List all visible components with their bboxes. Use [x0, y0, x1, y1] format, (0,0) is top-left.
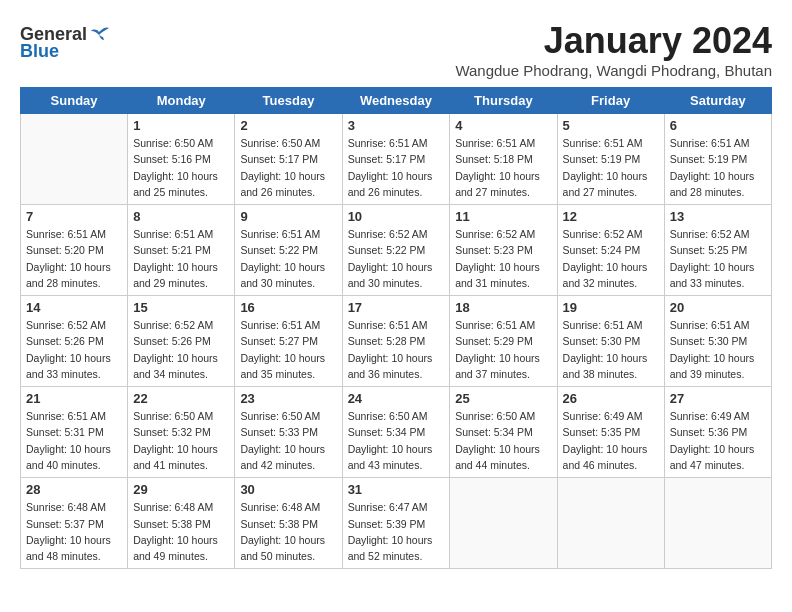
- calendar-cell: 12Sunrise: 6:52 AMSunset: 5:24 PMDayligh…: [557, 205, 664, 296]
- header-sunday: Sunday: [21, 88, 128, 114]
- calendar-table: SundayMondayTuesdayWednesdayThursdayFrid…: [20, 87, 772, 569]
- day-info: Sunrise: 6:51 AMSunset: 5:29 PMDaylight:…: [455, 317, 551, 382]
- calendar-cell: 10Sunrise: 6:52 AMSunset: 5:22 PMDayligh…: [342, 205, 450, 296]
- logo: General Blue: [20, 24, 113, 62]
- calendar-cell: 22Sunrise: 6:50 AMSunset: 5:32 PMDayligh…: [128, 387, 235, 478]
- calendar-header-row: SundayMondayTuesdayWednesdayThursdayFrid…: [21, 88, 772, 114]
- day-number: 17: [348, 300, 445, 315]
- calendar-cell: 23Sunrise: 6:50 AMSunset: 5:33 PMDayligh…: [235, 387, 342, 478]
- day-info: Sunrise: 6:51 AMSunset: 5:19 PMDaylight:…: [563, 135, 659, 200]
- day-info: Sunrise: 6:51 AMSunset: 5:21 PMDaylight:…: [133, 226, 229, 291]
- day-info: Sunrise: 6:51 AMSunset: 5:19 PMDaylight:…: [670, 135, 766, 200]
- calendar-cell: 5Sunrise: 6:51 AMSunset: 5:19 PMDaylight…: [557, 114, 664, 205]
- day-info: Sunrise: 6:51 AMSunset: 5:22 PMDaylight:…: [240, 226, 336, 291]
- calendar-cell: 2Sunrise: 6:50 AMSunset: 5:17 PMDaylight…: [235, 114, 342, 205]
- title-area: January 2024 Wangdue Phodrang, Wangdi Ph…: [455, 20, 772, 79]
- day-number: 18: [455, 300, 551, 315]
- calendar-week-row: 21Sunrise: 6:51 AMSunset: 5:31 PMDayligh…: [21, 387, 772, 478]
- calendar-cell: 14Sunrise: 6:52 AMSunset: 5:26 PMDayligh…: [21, 296, 128, 387]
- day-number: 28: [26, 482, 122, 497]
- calendar-cell: [557, 478, 664, 569]
- day-number: 9: [240, 209, 336, 224]
- header-wednesday: Wednesday: [342, 88, 450, 114]
- day-number: 19: [563, 300, 659, 315]
- calendar-cell: 16Sunrise: 6:51 AMSunset: 5:27 PMDayligh…: [235, 296, 342, 387]
- calendar-week-row: 14Sunrise: 6:52 AMSunset: 5:26 PMDayligh…: [21, 296, 772, 387]
- day-number: 15: [133, 300, 229, 315]
- header: General Blue January 2024 Wangdue Phodra…: [20, 20, 772, 79]
- day-info: Sunrise: 6:51 AMSunset: 5:28 PMDaylight:…: [348, 317, 445, 382]
- calendar-cell: 4Sunrise: 6:51 AMSunset: 5:18 PMDaylight…: [450, 114, 557, 205]
- calendar-cell: 1Sunrise: 6:50 AMSunset: 5:16 PMDaylight…: [128, 114, 235, 205]
- day-number: 14: [26, 300, 122, 315]
- day-number: 5: [563, 118, 659, 133]
- calendar-cell: 31Sunrise: 6:47 AMSunset: 5:39 PMDayligh…: [342, 478, 450, 569]
- day-number: 11: [455, 209, 551, 224]
- day-info: Sunrise: 6:51 AMSunset: 5:20 PMDaylight:…: [26, 226, 122, 291]
- calendar-cell: 25Sunrise: 6:50 AMSunset: 5:34 PMDayligh…: [450, 387, 557, 478]
- calendar-cell: 13Sunrise: 6:52 AMSunset: 5:25 PMDayligh…: [664, 205, 771, 296]
- day-number: 31: [348, 482, 445, 497]
- day-number: 7: [26, 209, 122, 224]
- month-title: January 2024: [455, 20, 772, 62]
- day-info: Sunrise: 6:52 AMSunset: 5:23 PMDaylight:…: [455, 226, 551, 291]
- calendar-cell: 15Sunrise: 6:52 AMSunset: 5:26 PMDayligh…: [128, 296, 235, 387]
- calendar-cell: 9Sunrise: 6:51 AMSunset: 5:22 PMDaylight…: [235, 205, 342, 296]
- header-monday: Monday: [128, 88, 235, 114]
- day-number: 4: [455, 118, 551, 133]
- calendar-cell: 30Sunrise: 6:48 AMSunset: 5:38 PMDayligh…: [235, 478, 342, 569]
- day-info: Sunrise: 6:48 AMSunset: 5:37 PMDaylight:…: [26, 499, 122, 564]
- day-number: 30: [240, 482, 336, 497]
- day-number: 25: [455, 391, 551, 406]
- day-info: Sunrise: 6:52 AMSunset: 5:26 PMDaylight:…: [133, 317, 229, 382]
- calendar-week-row: 1Sunrise: 6:50 AMSunset: 5:16 PMDaylight…: [21, 114, 772, 205]
- day-info: Sunrise: 6:52 AMSunset: 5:22 PMDaylight:…: [348, 226, 445, 291]
- day-info: Sunrise: 6:51 AMSunset: 5:31 PMDaylight:…: [26, 408, 122, 473]
- day-number: 29: [133, 482, 229, 497]
- calendar-cell: 8Sunrise: 6:51 AMSunset: 5:21 PMDaylight…: [128, 205, 235, 296]
- logo-bird-icon: [91, 26, 113, 44]
- calendar-cell: 27Sunrise: 6:49 AMSunset: 5:36 PMDayligh…: [664, 387, 771, 478]
- day-info: Sunrise: 6:51 AMSunset: 5:27 PMDaylight:…: [240, 317, 336, 382]
- calendar-cell: 17Sunrise: 6:51 AMSunset: 5:28 PMDayligh…: [342, 296, 450, 387]
- day-info: Sunrise: 6:50 AMSunset: 5:17 PMDaylight:…: [240, 135, 336, 200]
- day-number: 24: [348, 391, 445, 406]
- day-info: Sunrise: 6:48 AMSunset: 5:38 PMDaylight:…: [133, 499, 229, 564]
- location-subtitle: Wangdue Phodrang, Wangdi Phodrang, Bhuta…: [455, 62, 772, 79]
- day-number: 21: [26, 391, 122, 406]
- header-thursday: Thursday: [450, 88, 557, 114]
- day-number: 23: [240, 391, 336, 406]
- day-info: Sunrise: 6:52 AMSunset: 5:26 PMDaylight:…: [26, 317, 122, 382]
- logo-blue-text: Blue: [20, 41, 59, 62]
- day-info: Sunrise: 6:50 AMSunset: 5:34 PMDaylight:…: [348, 408, 445, 473]
- day-info: Sunrise: 6:51 AMSunset: 5:18 PMDaylight:…: [455, 135, 551, 200]
- day-info: Sunrise: 6:49 AMSunset: 5:36 PMDaylight:…: [670, 408, 766, 473]
- calendar-cell: 26Sunrise: 6:49 AMSunset: 5:35 PMDayligh…: [557, 387, 664, 478]
- calendar-cell: 11Sunrise: 6:52 AMSunset: 5:23 PMDayligh…: [450, 205, 557, 296]
- day-number: 22: [133, 391, 229, 406]
- header-saturday: Saturday: [664, 88, 771, 114]
- header-tuesday: Tuesday: [235, 88, 342, 114]
- calendar-week-row: 28Sunrise: 6:48 AMSunset: 5:37 PMDayligh…: [21, 478, 772, 569]
- day-info: Sunrise: 6:47 AMSunset: 5:39 PMDaylight:…: [348, 499, 445, 564]
- day-number: 3: [348, 118, 445, 133]
- calendar-cell: 28Sunrise: 6:48 AMSunset: 5:37 PMDayligh…: [21, 478, 128, 569]
- calendar-cell: 6Sunrise: 6:51 AMSunset: 5:19 PMDaylight…: [664, 114, 771, 205]
- day-info: Sunrise: 6:50 AMSunset: 5:32 PMDaylight:…: [133, 408, 229, 473]
- calendar-cell: 21Sunrise: 6:51 AMSunset: 5:31 PMDayligh…: [21, 387, 128, 478]
- day-number: 16: [240, 300, 336, 315]
- calendar-cell: [664, 478, 771, 569]
- day-number: 2: [240, 118, 336, 133]
- day-number: 13: [670, 209, 766, 224]
- header-friday: Friday: [557, 88, 664, 114]
- calendar-cell: [450, 478, 557, 569]
- calendar-cell: 7Sunrise: 6:51 AMSunset: 5:20 PMDaylight…: [21, 205, 128, 296]
- day-info: Sunrise: 6:48 AMSunset: 5:38 PMDaylight:…: [240, 499, 336, 564]
- day-number: 1: [133, 118, 229, 133]
- day-info: Sunrise: 6:51 AMSunset: 5:17 PMDaylight:…: [348, 135, 445, 200]
- day-info: Sunrise: 6:52 AMSunset: 5:24 PMDaylight:…: [563, 226, 659, 291]
- calendar-cell: 18Sunrise: 6:51 AMSunset: 5:29 PMDayligh…: [450, 296, 557, 387]
- calendar-cell: 29Sunrise: 6:48 AMSunset: 5:38 PMDayligh…: [128, 478, 235, 569]
- day-number: 10: [348, 209, 445, 224]
- day-info: Sunrise: 6:49 AMSunset: 5:35 PMDaylight:…: [563, 408, 659, 473]
